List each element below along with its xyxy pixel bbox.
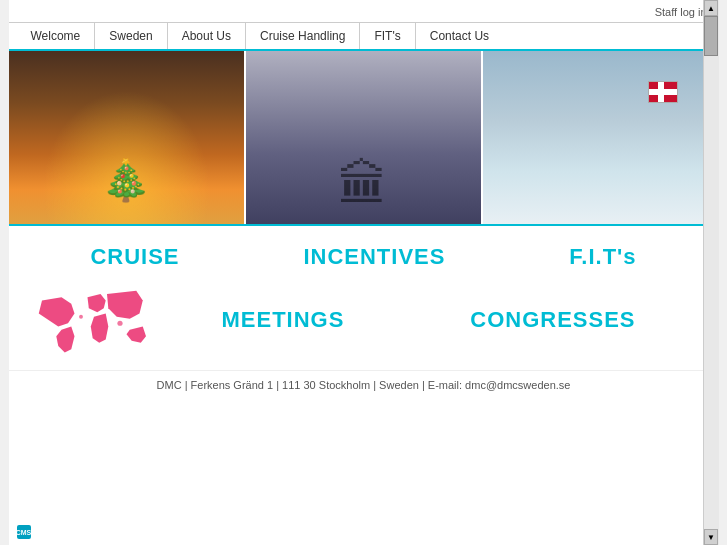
nav-item-about[interactable]: About Us: [168, 23, 246, 49]
nav-item-cruise-handling[interactable]: Cruise Handling: [246, 23, 360, 49]
cms-icon: CMS: [17, 525, 31, 539]
service-meetings[interactable]: MEETINGS: [221, 307, 344, 333]
nav-item-welcome[interactable]: Welcome: [17, 23, 96, 49]
svg-point-1: [117, 321, 122, 326]
service-congresses[interactable]: CONGRESSES: [470, 307, 635, 333]
danish-flag: [648, 81, 678, 103]
scrollbar-thumb[interactable]: [704, 16, 718, 56]
cms-logo: CMS: [17, 525, 31, 539]
staff-login[interactable]: Staff log in: [9, 0, 719, 22]
service-fits[interactable]: F.I.T's: [569, 244, 636, 270]
scrollbar-down-button[interactable]: ▼: [704, 529, 718, 545]
hero-image-cruise-ship: [481, 51, 718, 224]
nav-item-fits[interactable]: FIT's: [360, 23, 415, 49]
hero-image-town-square: [244, 51, 481, 224]
service-incentives[interactable]: INCENTIVES: [303, 244, 445, 270]
hero-image-christmas-market: [9, 51, 244, 224]
nav-item-contact[interactable]: Contact Us: [416, 23, 503, 49]
services-row-1: CRUISE INCENTIVES F.I.T's: [9, 226, 719, 280]
scrollbar: ▲ ▼: [703, 0, 719, 545]
service-cruise[interactable]: CRUISE: [90, 244, 179, 270]
world-map-icon: [29, 280, 159, 360]
scrollbar-up-button[interactable]: ▲: [704, 0, 718, 16]
meetings-congresses-row: MEETINGS CONGRESSES: [159, 307, 699, 333]
map-meetings-row: MEETINGS CONGRESSES: [9, 280, 719, 370]
nav-bar: Welcome Sweden About Us Cruise Handling …: [9, 22, 719, 51]
nav-item-sweden[interactable]: Sweden: [95, 23, 167, 49]
hero-images: [9, 51, 719, 226]
footer-info: DMC | Ferkens Gränd 1 | 111 30 Stockholm…: [9, 370, 719, 397]
page-wrapper: Staff log in Welcome Sweden About Us Cru…: [9, 0, 719, 545]
svg-point-0: [79, 315, 83, 319]
